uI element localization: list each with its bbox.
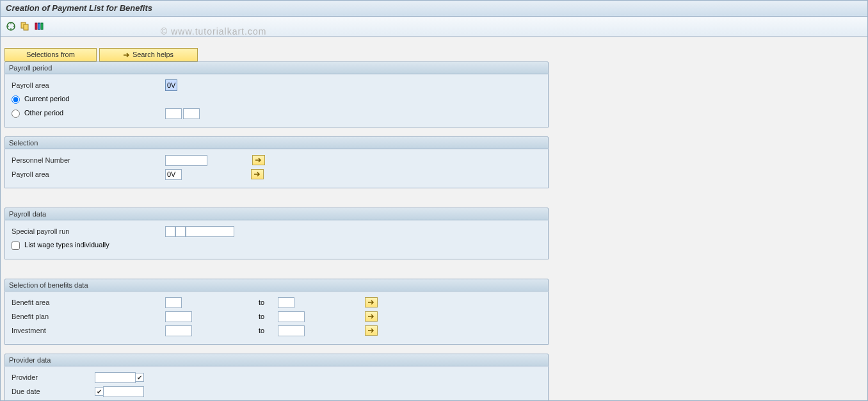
group-header-provider: Provider data — [4, 354, 549, 366]
payroll-area-sel-label: Payroll area — [12, 170, 152, 178]
svg-rect-2 — [24, 24, 28, 30]
benefit-area-to-field[interactable] — [278, 297, 294, 308]
opt-current-period-radio[interactable] — [12, 95, 20, 104]
due-date-match-indicator-icon[interactable] — [95, 387, 104, 396]
benefit-plan-multi-icon[interactable] — [365, 311, 378, 322]
group-header-selection: Selection — [4, 136, 549, 149]
group-body-payroll-period: Payroll area 0V Current period Other per… — [4, 74, 549, 127]
benefit-plan-from-field[interactable] — [165, 311, 192, 322]
list-wage-types-label: List wage types individually — [24, 241, 109, 249]
provider-label: Provider — [12, 373, 95, 381]
group-provider: Provider data Provider Due date — [4, 354, 549, 400]
benefit-plan-label: Benefit plan — [12, 313, 152, 320]
action-buttons-row: Selections from Search helps — [4, 48, 865, 61]
special-run-label: Special payroll run — [12, 227, 152, 235]
content-area: Selections from Search helps Payroll per… — [1, 35, 867, 400]
variant-icon[interactable] — [20, 21, 30, 31]
personnel-number-field[interactable] — [165, 155, 207, 166]
provider-match-indicator-icon[interactable] — [135, 373, 144, 382]
group-payroll-period: Payroll period Payroll area 0V Current p… — [4, 61, 549, 127]
payroll-area-sel-field[interactable] — [165, 169, 182, 180]
benefit-plan-to-field[interactable] — [278, 311, 305, 322]
search-helps-button[interactable]: Search helps — [99, 48, 198, 61]
group-selection: Selection Personnel Number Payroll area — [4, 136, 549, 188]
to-label-3: to — [259, 327, 278, 334]
other-period-field-2[interactable] — [183, 108, 200, 119]
app-toolbar — [1, 17, 867, 37]
svg-rect-4 — [38, 23, 40, 29]
group-body-benefits: Benefit area to Benefit plan to — [4, 291, 549, 345]
group-benefits: Selection of benefits data Benefit area … — [4, 279, 549, 345]
investment-label: Investment — [12, 327, 152, 334]
special-run-field-3[interactable] — [186, 226, 234, 237]
opt-current-period-label: Current period — [24, 95, 69, 102]
svg-rect-5 — [41, 23, 43, 29]
group-body-provider: Provider Due date — [4, 366, 549, 400]
selections-from-label: Selections from — [26, 49, 75, 60]
group-body-payroll-data: Special payroll run List wage types indi… — [4, 220, 549, 259]
group-header-payroll-data: Payroll data — [4, 208, 549, 220]
svg-rect-3 — [35, 23, 37, 29]
to-label-2: to — [259, 313, 278, 320]
list-wage-types-checkbox[interactable] — [12, 241, 20, 250]
group-header-payroll-period: Payroll period — [4, 61, 549, 74]
payroll-area-value[interactable]: 0V — [165, 79, 177, 91]
layout-icon[interactable] — [34, 21, 44, 31]
benefit-area-multi-icon[interactable] — [365, 297, 378, 307]
page-title: Creation of Payment List for Benefits — [6, 3, 152, 13]
selections-from-button[interactable]: Selections from — [4, 48, 97, 61]
provider-field[interactable] — [95, 372, 136, 383]
opt-other-period-label: Other period — [24, 109, 63, 117]
group-payroll-data: Payroll data Special payroll run List wa… — [4, 208, 549, 259]
investment-from-field[interactable] — [165, 325, 192, 336]
benefit-area-label: Benefit area — [12, 299, 152, 306]
benefit-area-from-field[interactable] — [165, 297, 182, 308]
to-label-1: to — [259, 299, 278, 306]
app-window: Creation of Payment List for Benefits © … — [0, 0, 868, 401]
investment-multi-icon[interactable] — [365, 325, 378, 336]
personnel-number-multi-icon[interactable] — [252, 155, 265, 165]
title-bar: Creation of Payment List for Benefits — [1, 1, 867, 17]
payroll-area-multi-icon[interactable] — [251, 169, 264, 179]
due-date-label: Due date — [12, 388, 95, 395]
investment-to-field[interactable] — [278, 325, 305, 336]
group-body-selection: Personnel Number Payroll area — [4, 149, 549, 188]
list-wage-types-check[interactable]: List wage types individually — [12, 241, 109, 250]
opt-current-period[interactable]: Current period — [12, 95, 69, 104]
execute-icon[interactable] — [6, 21, 16, 31]
opt-other-period-radio[interactable] — [12, 110, 20, 118]
special-run-field-2[interactable] — [175, 226, 186, 237]
special-run-field-1[interactable] — [165, 226, 175, 237]
other-period-field-1[interactable] — [165, 108, 182, 119]
search-helps-label: Search helps — [133, 49, 173, 60]
due-date-field[interactable] — [103, 386, 144, 397]
personnel-number-label: Personnel Number — [12, 156, 152, 164]
payroll-area-label: Payroll area — [12, 81, 152, 89]
opt-other-period[interactable]: Other period — [12, 109, 152, 118]
group-header-benefits: Selection of benefits data — [4, 279, 549, 291]
